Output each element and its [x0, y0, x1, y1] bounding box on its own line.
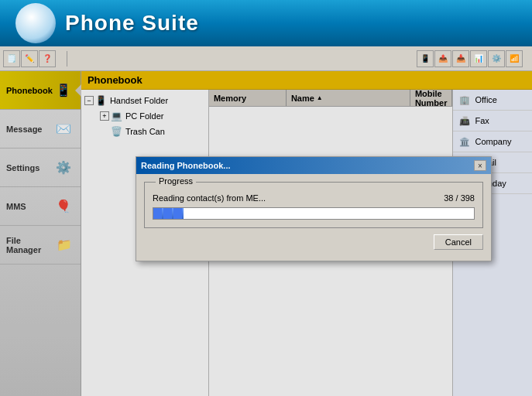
connect-icon: 📱 [420, 54, 430, 63]
modal-titlebar: Reading Phonebook... × [136, 157, 491, 174]
phonebook-btn[interactable]: 🗒️ [3, 50, 20, 67]
toolbar-group-1: 🗒️ ✏️ ❓ [3, 50, 56, 67]
receive-icon: 📥 [456, 54, 465, 63]
progress-segment-2 [163, 208, 172, 219]
modal-close-button[interactable]: × [474, 160, 486, 171]
signal-btn[interactable]: 📶 [506, 50, 523, 67]
app-title: Phone Suite [65, 11, 199, 36]
cancel-button[interactable]: Cancel [434, 234, 483, 250]
progress-legend: Progress [156, 176, 196, 186]
modal-title: Reading Phonebook... [141, 161, 231, 170]
progress-content: Reading contact(s) from ME... 38 / 398 [153, 193, 475, 220]
progress-count: 38 / 398 [444, 193, 475, 203]
modal-overlay: Reading Phonebook... × Progress Reading … [0, 71, 532, 396]
modal-footer: Cancel [144, 234, 483, 253]
progress-segment-1 [153, 208, 162, 219]
receive-btn[interactable]: 📥 [452, 50, 469, 67]
close-icon: × [478, 162, 482, 170]
progress-bar-container [153, 207, 475, 220]
send-icon: 📤 [438, 54, 448, 63]
app-logo [15, 3, 56, 43]
stats-icon: 📊 [474, 54, 483, 63]
signal-icon: 📶 [510, 54, 519, 63]
settings-btn[interactable]: ⚙️ [488, 50, 505, 67]
connect-btn[interactable]: 📱 [417, 50, 434, 67]
toolbar-group-2: 📱 📤 📥 📊 ⚙️ 📶 [417, 50, 523, 67]
reading-text: Reading contact(s) from ME... [153, 193, 266, 203]
edit-icon: ✏️ [25, 54, 34, 63]
help-btn[interactable]: ❓ [39, 50, 56, 67]
phonebook-icon: 🗒️ [7, 54, 16, 63]
progress-segment-3 [173, 208, 182, 219]
modal-body: Progress Reading contact(s) from ME... 3… [136, 174, 491, 261]
settings-icon: ⚙️ [492, 54, 501, 63]
progress-row: Reading contact(s) from ME... 38 / 398 [153, 193, 475, 203]
edit-btn[interactable]: ✏️ [21, 50, 38, 67]
toolbar-sep [67, 51, 67, 67]
progress-fieldset: Progress Reading contact(s) from ME... 3… [144, 182, 483, 228]
send-btn[interactable]: 📤 [434, 50, 451, 67]
app-header: Phone Suite [0, 0, 532, 46]
question-icon: ❓ [43, 54, 52, 63]
progress-bar-fill [153, 208, 184, 219]
toolbar: 🗒️ ✏️ ❓ 📱 📤 📥 📊 ⚙️ 📶 [0, 46, 532, 71]
reading-phonebook-dialog: Reading Phonebook... × Progress Reading … [136, 156, 492, 261]
stats-btn[interactable]: 📊 [470, 50, 487, 67]
